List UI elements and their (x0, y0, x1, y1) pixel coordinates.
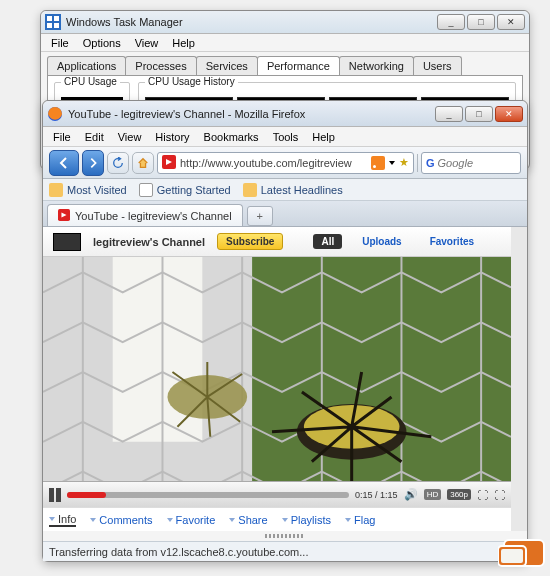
ff-toolbar: ★ G (43, 147, 527, 179)
tm-menu-help[interactable]: Help (166, 35, 201, 51)
tab-performance[interactable]: Performance (257, 56, 340, 75)
home-button[interactable] (132, 152, 154, 174)
svg-rect-1 (47, 16, 52, 21)
video-time: 0:15 / 1:15 (355, 490, 398, 500)
subscribe-button[interactable]: Subscribe (217, 233, 283, 250)
youtube-header: legitreview's Channel Subscribe All Uplo… (43, 227, 511, 257)
ff-menu-help[interactable]: Help (306, 129, 341, 145)
tm-menu-options[interactable]: Options (77, 35, 127, 51)
ff-maximize-button[interactable]: □ (465, 106, 493, 122)
ff-menu-view[interactable]: View (112, 129, 148, 145)
tm-tabstrip: Applications Processes Services Performa… (41, 52, 529, 75)
cpu-history-label: CPU Usage History (145, 76, 238, 87)
new-tab-button[interactable]: + (247, 206, 273, 226)
reload-button[interactable] (107, 152, 129, 174)
volume-icon[interactable]: 🔊 (404, 488, 418, 501)
cpu-usage-label: CPU Usage (61, 76, 120, 87)
ff-tabstrip: YouTube - legitreview's Channel + (43, 201, 527, 227)
splitter[interactable] (43, 531, 527, 541)
tab-label: YouTube - legitreview's Channel (75, 210, 232, 222)
video-controls: 0:15 / 1:15 🔊 HD 360p ⛶ ⛶ (43, 481, 511, 507)
svg-rect-3 (47, 23, 52, 28)
tm-menubar: File Options View Help (41, 34, 529, 52)
ff-titlebar[interactable]: YouTube - legitreview's Channel - Mozill… (43, 101, 527, 127)
filter-all[interactable]: All (313, 234, 342, 249)
ff-menubar: File Edit View History Bookmarks Tools H… (43, 127, 527, 147)
pause-button[interactable] (49, 488, 61, 502)
firefox-icon (47, 106, 63, 122)
search-bar[interactable]: G (421, 152, 521, 174)
expand-icon[interactable]: ⛶ (477, 489, 488, 501)
video-actions: Info Comments Favorite Share Playlists F… (43, 507, 511, 531)
bookmarks-toolbar: Most Visited Getting Started Latest Head… (43, 179, 527, 201)
action-favorite[interactable]: Favorite (167, 514, 216, 526)
ff-close-button[interactable]: ✕ (495, 106, 523, 122)
url-input[interactable] (180, 157, 367, 169)
search-input[interactable] (438, 157, 516, 169)
action-share[interactable]: Share (229, 514, 267, 526)
filter-favorites[interactable]: Favorites (422, 234, 482, 249)
tm-minimize-button[interactable]: _ (437, 14, 465, 30)
corner-badge (498, 536, 548, 570)
svg-rect-4 (54, 23, 59, 28)
action-flag[interactable]: Flag (345, 514, 375, 526)
channel-title: legitreview's Channel (93, 236, 205, 248)
ff-title: YouTube - legitreview's Channel - Mozill… (68, 108, 435, 120)
ff-menu-edit[interactable]: Edit (79, 129, 110, 145)
site-icon (162, 155, 176, 171)
ff-minimize-button[interactable]: _ (435, 106, 463, 122)
tm-maximize-button[interactable]: □ (467, 14, 495, 30)
url-dropdown-icon[interactable] (389, 161, 395, 165)
ff-menu-history[interactable]: History (149, 129, 195, 145)
page-content: legitreview's Channel Subscribe All Uplo… (43, 227, 527, 531)
google-icon: G (426, 157, 435, 169)
ff-menu-bookmarks[interactable]: Bookmarks (198, 129, 265, 145)
tm-title: Windows Task Manager (66, 16, 437, 28)
bookmark-latest-headlines[interactable]: Latest Headlines (243, 183, 343, 197)
back-button[interactable] (49, 150, 79, 176)
rss-icon[interactable] (371, 156, 385, 170)
bookmark-most-visited[interactable]: Most Visited (49, 183, 127, 197)
tab-users[interactable]: Users (413, 56, 462, 75)
ff-statusbar: Transferring data from v12.lscache8.c.yo… (43, 541, 527, 561)
hd-button[interactable]: HD (424, 489, 442, 500)
tm-titlebar[interactable]: Windows Task Manager _ □ ✕ (41, 11, 529, 34)
browser-tab[interactable]: YouTube - legitreview's Channel (47, 204, 243, 226)
filter-uploads[interactable]: Uploads (354, 234, 409, 249)
quality-button[interactable]: 360p (447, 489, 471, 500)
tab-networking[interactable]: Networking (339, 56, 414, 75)
tab-applications[interactable]: Applications (47, 56, 126, 75)
action-comments[interactable]: Comments (90, 514, 152, 526)
tm-icon (45, 14, 61, 30)
svg-rect-2 (54, 16, 59, 21)
tab-services[interactable]: Services (196, 56, 258, 75)
ff-menu-tools[interactable]: Tools (267, 129, 305, 145)
tab-processes[interactable]: Processes (125, 56, 196, 75)
action-playlists[interactable]: Playlists (282, 514, 331, 526)
video-player[interactable]: 0:15 / 1:15 🔊 HD 360p ⛶ ⛶ (43, 257, 511, 507)
fullscreen-icon[interactable]: ⛶ (494, 489, 505, 501)
status-text: Transferring data from v12.lscache8.c.yo… (49, 546, 308, 558)
tm-menu-view[interactable]: View (129, 35, 165, 51)
action-info[interactable]: Info (49, 513, 76, 527)
bookmark-star-icon[interactable]: ★ (399, 156, 409, 169)
tm-close-button[interactable]: ✕ (497, 14, 525, 30)
channel-logo[interactable] (53, 233, 81, 251)
forward-button[interactable] (82, 150, 104, 176)
tab-favicon (58, 209, 70, 223)
svg-rect-38 (501, 549, 523, 563)
ff-menu-file[interactable]: File (47, 129, 77, 145)
firefox-window: YouTube - legitreview's Channel - Mozill… (42, 100, 528, 562)
tm-menu-file[interactable]: File (45, 35, 75, 51)
bookmark-getting-started[interactable]: Getting Started (139, 183, 231, 197)
progress-bar[interactable] (67, 492, 349, 498)
url-bar[interactable]: ★ (157, 152, 414, 174)
